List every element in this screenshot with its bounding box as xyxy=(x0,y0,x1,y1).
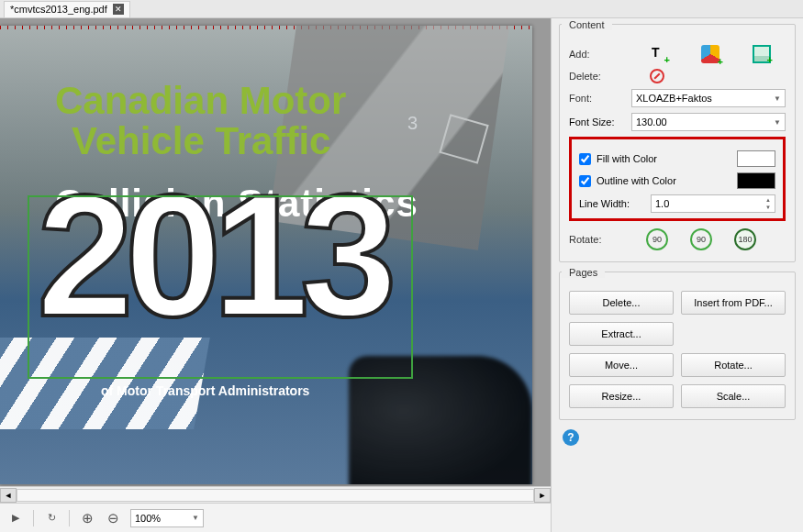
zoom-out-icon[interactable]: ⊖ xyxy=(105,510,121,526)
fontsize-select[interactable]: 130.00 ▼ xyxy=(631,113,786,131)
outline-color-checkbox[interactable] xyxy=(579,175,591,187)
ruler-marker: 3 xyxy=(407,113,418,134)
font-select[interactable]: XLOAZB+Faktos ▼ xyxy=(631,89,786,107)
help-icon[interactable]: ? xyxy=(563,429,579,446)
pages-scale-button[interactable]: Scale... xyxy=(681,384,786,408)
page-title: Canadian Motor Vehicle Traffic xyxy=(55,81,346,161)
scroll-track[interactable] xyxy=(17,489,534,502)
fill-color-swatch[interactable] xyxy=(737,150,775,167)
pages-rotate-button[interactable]: Rotate... xyxy=(681,353,786,377)
fontsize-value: 130.00 xyxy=(636,116,667,127)
linewidth-value: 1.0 xyxy=(655,198,669,209)
pdf-page: 3 Canadian Motor Vehicle Traffic Collisi… xyxy=(0,26,532,484)
add-label: Add: xyxy=(569,49,624,60)
rotate-ccw-90-button[interactable]: 90 xyxy=(646,228,668,250)
linewidth-input[interactable]: 1.0 ▲ ▼ xyxy=(651,194,775,213)
fill-color-label: Fill with Color xyxy=(597,153,657,164)
scroll-left-icon[interactable]: ◄ xyxy=(0,488,17,503)
toolbar-divider xyxy=(33,510,34,526)
delete-icon[interactable] xyxy=(650,69,664,83)
pages-delete-button[interactable]: Delete... xyxy=(569,291,674,315)
font-value: XLOAZB+Faktos xyxy=(636,93,712,104)
delete-label: Delete: xyxy=(569,71,624,82)
tab-bar: *cmvtcs2013_eng.pdf ✕ xyxy=(0,0,803,18)
pages-insert-button[interactable]: Insert from PDF... xyxy=(681,291,786,315)
next-page-icon[interactable]: ▶ xyxy=(7,510,24,526)
pages-panel-title: Pages xyxy=(562,265,605,278)
font-label: Font: xyxy=(569,93,624,104)
pages-move-button[interactable]: Move... xyxy=(569,353,674,377)
outline-color-swatch[interactable] xyxy=(737,172,775,189)
linewidth-label: Line Width: xyxy=(579,198,643,209)
rotate-label: Rotate: xyxy=(569,234,624,245)
rotate-cw-90-button[interactable]: 90 xyxy=(690,228,712,250)
zoom-select[interactable]: 100% ▼ xyxy=(130,509,204,527)
fill-color-checkbox[interactable] xyxy=(579,153,591,165)
zoom-in-icon[interactable]: ⊕ xyxy=(79,510,95,526)
add-image-icon[interactable] xyxy=(753,45,771,63)
zoom-value: 100% xyxy=(135,513,161,524)
tab-filename: *cmvtcs2013_eng.pdf xyxy=(10,4,107,15)
add-text-icon[interactable] xyxy=(650,45,668,63)
spinner-down-icon[interactable]: ▼ xyxy=(763,204,774,211)
fontsize-label: Font Size: xyxy=(569,116,624,127)
highlighted-region: Fill with Color Outline with Color Line … xyxy=(569,137,786,221)
content-panel: Content Add: Delete: xyxy=(559,24,796,262)
spinner-up-icon[interactable]: ▲ xyxy=(763,196,774,204)
close-icon[interactable]: ✕ xyxy=(113,4,124,15)
pages-extract-button[interactable]: Extract... xyxy=(569,322,674,346)
chevron-down-icon: ▼ xyxy=(192,514,199,522)
rotate-view-icon[interactable]: ↻ xyxy=(43,510,60,526)
pages-resize-button[interactable]: Resize... xyxy=(569,384,674,408)
selection-outline xyxy=(28,195,413,379)
chevron-down-icon: ▼ xyxy=(774,94,781,103)
document-viewport[interactable]: 3 Canadian Motor Vehicle Traffic Collisi… xyxy=(0,18,551,486)
toolbar-divider xyxy=(69,510,70,526)
outline-color-label: Outline with Color xyxy=(597,175,676,186)
footer-text: of Motor Transport Administrators xyxy=(101,383,309,398)
document-tab[interactable]: *cmvtcs2013_eng.pdf ✕ xyxy=(4,1,130,17)
scroll-right-icon[interactable]: ► xyxy=(534,488,551,503)
rotate-180-button[interactable]: 180 xyxy=(734,228,756,250)
pages-panel: Pages Delete... Insert from PDF... Extra… xyxy=(559,272,796,420)
content-panel-title: Content xyxy=(562,18,612,30)
horizontal-scrollbar[interactable]: ◄ ► xyxy=(0,486,551,503)
bottom-toolbar: ▶ ↻ ⊕ ⊖ 100% ▼ xyxy=(0,503,551,532)
add-shape-icon[interactable] xyxy=(701,45,719,63)
chevron-down-icon: ▼ xyxy=(774,118,781,127)
